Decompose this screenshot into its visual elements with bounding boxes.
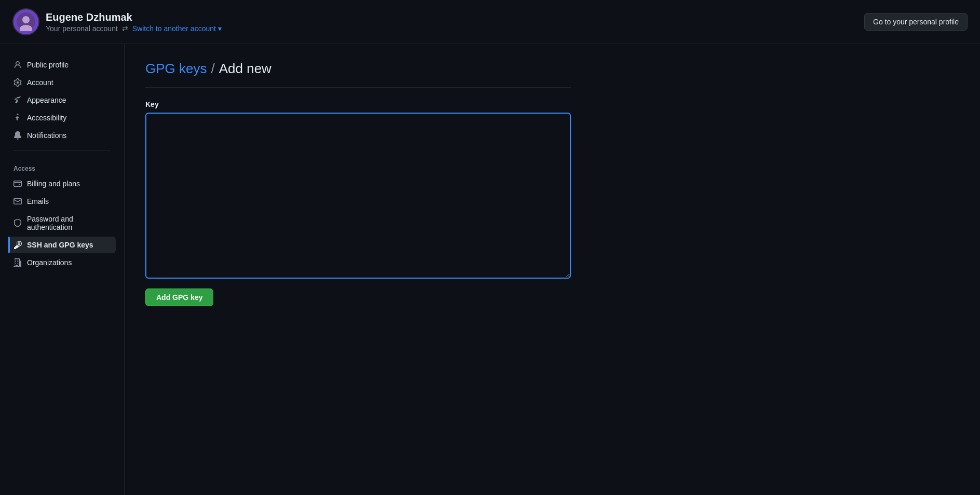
- user-info: Eugene Dzhumak Your personal account ⇄ S…: [12, 8, 222, 35]
- sidebar-label-notifications: Notifications: [27, 131, 66, 140]
- bell-icon: [13, 131, 22, 140]
- org-icon: [13, 258, 22, 267]
- person-icon: [13, 61, 22, 69]
- sidebar-label-billing: Billing and plans: [27, 180, 80, 188]
- sidebar-item-account[interactable]: Account: [8, 74, 116, 91]
- accessibility-icon: [13, 114, 22, 122]
- sidebar-item-wrapper-billing: Billing and plans: [8, 175, 116, 192]
- sidebar-item-wrapper-accessibility: Accessibility: [8, 109, 116, 126]
- sidebar-item-wrapper-public-profile: Public profile: [8, 57, 116, 73]
- breadcrumb-gpg-keys-link[interactable]: GPG keys: [145, 61, 207, 77]
- sidebar-label-ssh-gpg: SSH and GPG keys: [27, 241, 93, 249]
- sidebar-item-wrapper-notifications: Notifications: [8, 127, 116, 144]
- user-name: Eugene Dzhumak: [46, 11, 222, 23]
- add-key-btn-wrapper: Add GPG key: [145, 280, 571, 306]
- sidebar-item-wrapper-appearance: Appearance: [8, 92, 116, 108]
- go-to-profile-button[interactable]: Go to your personal profile: [864, 13, 968, 31]
- sidebar-item-wrapper-account: Account: [8, 74, 116, 91]
- breadcrumb: GPG keys / Add new: [145, 61, 571, 77]
- avatar: [12, 8, 39, 35]
- sidebar-item-notifications[interactable]: Notifications: [8, 127, 116, 144]
- sidebar-label-organizations: Organizations: [27, 258, 72, 267]
- access-section-label: Access: [8, 157, 116, 175]
- top-bar: Eugene Dzhumak Your personal account ⇄ S…: [0, 0, 980, 44]
- sidebar-label-public-profile: Public profile: [27, 61, 69, 69]
- sidebar-item-wrapper-emails: Emails: [8, 193, 116, 210]
- sidebar-item-password[interactable]: Password and authentication: [8, 211, 116, 236]
- main-content: GPG keys / Add new Key Add GPG key: [125, 44, 592, 495]
- key-icon: [13, 241, 22, 249]
- user-sub: Your personal account ⇄ Switch to anothe…: [46, 24, 222, 33]
- key-label: Key: [145, 100, 571, 108]
- sidebar-divider: [13, 150, 111, 150]
- sidebar-item-billing[interactable]: Billing and plans: [8, 175, 116, 192]
- switch-account-link[interactable]: Switch to another account ▾: [132, 24, 222, 33]
- breadcrumb-current: Add new: [219, 61, 271, 77]
- key-textarea[interactable]: [145, 113, 571, 279]
- sidebar-item-wrapper-ssh-gpg: SSH and GPG keys: [8, 237, 116, 253]
- sidebar-label-accessibility: Accessibility: [27, 114, 66, 122]
- chevron-down-icon: ▾: [218, 24, 222, 33]
- sidebar-item-emails[interactable]: Emails: [8, 193, 116, 210]
- add-gpg-key-button[interactable]: Add GPG key: [145, 288, 213, 306]
- section-divider: [145, 87, 571, 88]
- sidebar-label-appearance: Appearance: [27, 96, 66, 104]
- breadcrumb-separator: /: [211, 61, 214, 77]
- sidebar-item-accessibility[interactable]: Accessibility: [8, 109, 116, 126]
- shield-icon: [13, 219, 22, 227]
- paintbrush-icon: [13, 96, 22, 104]
- credit-card-icon: [13, 180, 22, 188]
- sidebar-item-organizations[interactable]: Organizations: [8, 254, 116, 271]
- sidebar-item-wrapper-organizations: Organizations: [8, 254, 116, 271]
- gear-icon: [13, 78, 22, 87]
- sidebar-item-wrapper-password: Password and authentication: [8, 211, 116, 236]
- svg-point-1: [22, 16, 30, 23]
- sidebar-item-ssh-gpg[interactable]: SSH and GPG keys: [8, 237, 116, 253]
- sidebar-item-public-profile[interactable]: Public profile: [8, 57, 116, 73]
- sidebar-label-emails: Emails: [27, 197, 49, 205]
- sidebar: Public profile Account: [0, 44, 125, 495]
- sidebar-item-appearance[interactable]: Appearance: [8, 92, 116, 108]
- layout: Public profile Account: [0, 44, 980, 495]
- switch-arrows-icon: ⇄: [122, 24, 128, 33]
- sidebar-label-account: Account: [27, 78, 53, 87]
- switch-account-label: Switch to another account: [132, 24, 216, 33]
- sidebar-label-password: Password and authentication: [27, 215, 111, 231]
- mail-icon: [13, 197, 22, 205]
- user-text: Eugene Dzhumak Your personal account ⇄ S…: [46, 11, 222, 33]
